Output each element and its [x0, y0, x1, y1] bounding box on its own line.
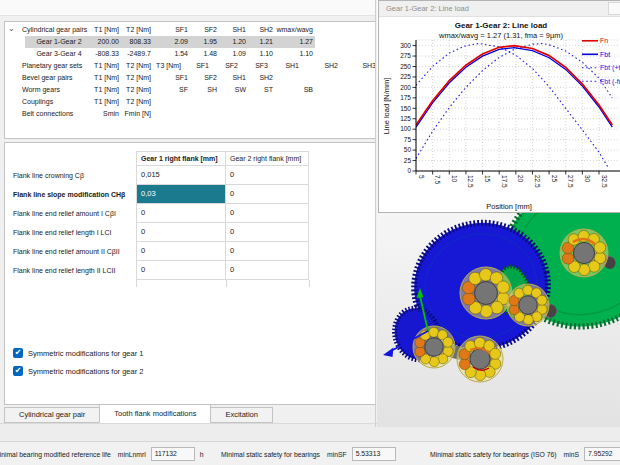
svg-text:150: 150 [400, 105, 411, 112]
svg-text:17.5: 17.5 [501, 175, 508, 188]
table-row[interactable]: Gear 1-Gear 2200.00808.332.091.951.201.2… [5, 36, 375, 48]
checkbox-label: Symmetric modifications for gear 1 [28, 349, 143, 358]
chart-title: Gear 1-Gear 2: Line load [455, 21, 548, 30]
status-bar: Minimal bearing modified reference lifem… [0, 441, 620, 465]
table-row[interactable]: Bevel gear pairsT1 [Nm]T2 [Nm]SF1SF2SH1S… [5, 72, 375, 84]
y-axis-label: Line load [N/mm] [382, 78, 391, 135]
svg-text:12.5: 12.5 [467, 175, 474, 188]
table-row[interactable]: Worm gearsT1 [Nm]T2 [Nm]SFSHSWSTSB [5, 84, 375, 96]
value-cell[interactable]: 0 [136, 223, 226, 242]
checkbox-checked-icon[interactable]: ✔ [13, 366, 23, 376]
chart-window-titlebar[interactable]: Gear 1-Gear 2: Line load [379, 1, 620, 17]
column-header: Gear 1 right flank [mm] [136, 151, 226, 166]
value-cell[interactable]: 0 [226, 242, 309, 261]
legend-label: Fbt (-fma) [600, 78, 620, 86]
svg-text:10: 10 [451, 175, 458, 183]
chart-window-title: Gear 1-Gear 2: Line load [379, 4, 608, 13]
table-row[interactable]: ⌄Cylindrical gear pairsT1 [Nm]T2 [Nm]SF1… [5, 24, 375, 36]
table-cell: wmax/wavg [255, 24, 313, 36]
flank-modifications-panel: Gear 1 right flank [mm]Gear 2 right flan… [4, 142, 376, 405]
value-cell[interactable]: 0 [226, 166, 309, 185]
table-cell: 1.10 [255, 48, 313, 60]
window-button[interactable] [608, 2, 620, 15]
value-cell[interactable]: 0 [226, 261, 309, 280]
column-header: Gear 2 right flank [mm] [226, 151, 309, 166]
table-row[interactable]: Gear 3-Gear 4-808.33-2489.71.541.481.091… [5, 48, 375, 60]
svg-text:25: 25 [404, 157, 412, 164]
svg-text:125: 125 [400, 115, 411, 122]
checkbox-label: Symmetric modifications for gear 2 [28, 367, 143, 376]
x-axis-label: Position [mm] [486, 202, 531, 211]
table-cell: SB [255, 84, 313, 96]
value-cell[interactable]: 0,015 [136, 166, 226, 185]
status-value-box: 5.53313 [352, 447, 396, 461]
checkbox-symmetric-gear-1[interactable]: ✔Symmetric modifications for gear 1 [13, 348, 143, 358]
svg-text:100: 100 [400, 125, 411, 132]
svg-text:75: 75 [404, 136, 412, 143]
svg-text:27.5: 27.5 [567, 175, 574, 188]
legend-label: Fbt [600, 51, 610, 58]
table-cell: T2 [Nm] [93, 96, 151, 108]
value-cell[interactable]: 0 [136, 242, 226, 261]
value-cell[interactable]: 0,03 [136, 185, 226, 204]
svg-text:200: 200 [400, 84, 411, 91]
tab-tooth-flank-modifications[interactable]: Tooth flank modifications [99, 404, 211, 423]
status-value-box: 7.95292 [584, 447, 620, 461]
status-label: Minimal bearing modified reference life [0, 451, 111, 458]
table-row[interactable]: Planetary gear setsT1 [Nm]T2 [Nm]T3 [Nm]… [5, 60, 375, 72]
bottom-tab-bar: Cylindrical gear pairTooth flank modific… [4, 403, 272, 423]
series-Fbt (-fma) [416, 44, 612, 159]
value-cell[interactable]: 0 [136, 261, 226, 280]
table-row[interactable]: CouplingsT1 [Nm]T2 [Nm] [5, 96, 375, 108]
svg-text:0: 0 [407, 167, 411, 174]
line-load-chart: 57.51012.51517.52022.52527.53032.5025507… [379, 17, 620, 214]
svg-text:275: 275 [400, 52, 411, 59]
overview-rows: ⌄Cylindrical gear pairsT1 [Nm]T2 [Nm]SF1… [5, 24, 375, 120]
svg-text:7.5: 7.5 [434, 175, 441, 184]
value-cell[interactable]: 0 [226, 185, 309, 204]
toolbar-strip [0, 0, 376, 16]
chevron-down-icon: ⌄ [8, 23, 15, 35]
application-window: ⌄Cylindrical gear pairsT1 [Nm]T2 [Nm]SF1… [0, 0, 620, 465]
value-cell[interactable]: 0 [226, 204, 309, 223]
status-field: Minimal static safety for bearings (ISO … [430, 447, 620, 461]
status-unit: h [200, 451, 204, 458]
row-label: Flank line end relief length I LCI [13, 223, 135, 242]
table-cell: Fmin [N] [93, 108, 151, 120]
value-cell[interactable]: 0 [136, 204, 226, 223]
status-value-box: 117132 [151, 447, 195, 461]
checkbox-checked-icon[interactable]: ✔ [13, 348, 23, 358]
panel-splitter[interactable] [375, 0, 376, 427]
grid-line [309, 280, 310, 287]
checkbox-symmetric-gear-2[interactable]: ✔Symmetric modifications for gear 2 [13, 366, 143, 376]
grid-line [136, 280, 137, 287]
row-label: Couplings [22, 96, 53, 108]
status-label: Minimal static safety for bearings [221, 451, 320, 458]
svg-text:20: 20 [517, 175, 524, 183]
line-load-chart-window: Gear 1-Gear 2: Line load 57.51012.51517.… [378, 0, 620, 213]
legend-label: Fn [600, 37, 608, 44]
svg-text:250: 250 [400, 63, 411, 70]
tab-cylindrical-gear-pair[interactable]: Cylindrical gear pair [4, 407, 100, 423]
svg-text:15: 15 [484, 175, 491, 183]
svg-text:5: 5 [418, 175, 425, 179]
svg-text:32.5: 32.5 [601, 175, 608, 188]
chart-subtitle: wmax/wavg = 1.27 (1.31, fma = 9µm) [438, 31, 563, 40]
svg-text:30: 30 [584, 175, 591, 183]
svg-text:175: 175 [400, 94, 411, 101]
row-label: Flank line slope modification CHβ [13, 185, 135, 204]
series-Fbt [416, 48, 612, 127]
tab-excitation[interactable]: Excitation [210, 407, 273, 423]
svg-text:22.5: 22.5 [534, 175, 541, 188]
results-overview-table[interactable]: ⌄Cylindrical gear pairsT1 [Nm]T2 [Nm]SF1… [4, 21, 376, 139]
table-row[interactable]: Belt connectionsSminFmin [N] [5, 108, 375, 120]
status-label: Minimal static safety for bearings (ISO … [430, 451, 557, 458]
table-cell: SH3 [318, 60, 376, 72]
grid-line [226, 280, 227, 287]
legend-label: Fbt (+fma) [600, 64, 620, 72]
row-label: Worm gears [22, 84, 60, 96]
status-symbol: minS [564, 451, 580, 458]
value-cell[interactable]: 0 [226, 223, 309, 242]
status-symbol: minSF [327, 451, 347, 458]
table-cell: SH2 [215, 72, 273, 84]
